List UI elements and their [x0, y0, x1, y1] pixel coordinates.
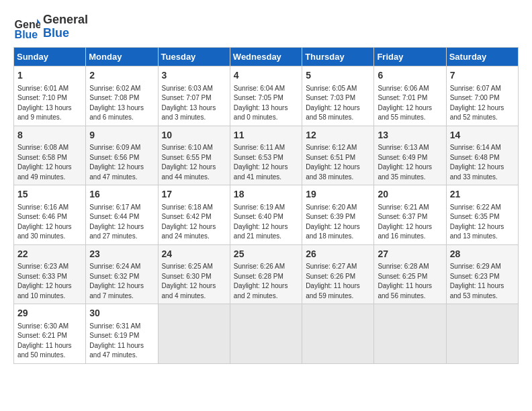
day-number: 22 — [17, 248, 82, 261]
header-wednesday: Wednesday — [230, 48, 302, 66]
day-info: Sunrise: 6:21 AMSunset: 6:37 PMDaylight:… — [378, 203, 442, 242]
day-info: Sunrise: 6:27 AMSunset: 6:26 PMDaylight:… — [306, 262, 370, 301]
calendar-table: SundayMondayTuesdayWednesdayThursdayFrid… — [13, 47, 519, 364]
calendar-week-4: 22Sunrise: 6:23 AMSunset: 6:33 PMDayligh… — [14, 244, 519, 304]
header-tuesday: Tuesday — [158, 48, 230, 66]
calendar-cell: 16Sunrise: 6:17 AMSunset: 6:44 PMDayligh… — [86, 185, 158, 245]
day-info: Sunrise: 6:30 AMSunset: 6:21 PMDaylight:… — [17, 322, 82, 361]
day-number: 16 — [89, 188, 154, 201]
day-info: Sunrise: 6:26 AMSunset: 6:28 PMDaylight:… — [234, 262, 298, 301]
calendar-cell: 25Sunrise: 6:26 AMSunset: 6:28 PMDayligh… — [230, 244, 302, 304]
day-number: 21 — [450, 188, 515, 201]
calendar-cell: 2Sunrise: 6:02 AMSunset: 7:08 PMDaylight… — [86, 66, 158, 126]
day-number: 3 — [162, 69, 226, 83]
day-number: 12 — [306, 129, 370, 142]
calendar-cell: 7Sunrise: 6:07 AMSunset: 7:00 PMDaylight… — [446, 66, 518, 126]
calendar-cell: 26Sunrise: 6:27 AMSunset: 6:26 PMDayligh… — [302, 244, 374, 304]
day-number: 28 — [450, 248, 515, 261]
day-info: Sunrise: 6:10 AMSunset: 6:55 PMDaylight:… — [162, 143, 226, 182]
calendar-cell: 20Sunrise: 6:21 AMSunset: 6:37 PMDayligh… — [374, 185, 446, 245]
day-number: 20 — [378, 188, 442, 201]
calendar-cell: 24Sunrise: 6:25 AMSunset: 6:30 PMDayligh… — [158, 244, 230, 304]
day-number: 18 — [234, 188, 298, 201]
header-monday: Monday — [86, 48, 158, 66]
day-info: Sunrise: 6:20 AMSunset: 6:39 PMDaylight:… — [306, 203, 370, 242]
calendar-cell: 17Sunrise: 6:18 AMSunset: 6:42 PMDayligh… — [158, 185, 230, 245]
day-number: 27 — [378, 248, 442, 261]
calendar-cell: 5Sunrise: 6:05 AMSunset: 7:03 PMDaylight… — [302, 66, 374, 126]
calendar-cell: 21Sunrise: 6:22 AMSunset: 6:35 PMDayligh… — [446, 185, 518, 245]
calendar-cell: 6Sunrise: 6:06 AMSunset: 7:01 PMDaylight… — [374, 66, 446, 126]
calendar-week-3: 15Sunrise: 6:16 AMSunset: 6:46 PMDayligh… — [14, 185, 519, 245]
logo-general: General — [43, 13, 88, 27]
day-number: 2 — [89, 69, 154, 83]
day-number: 24 — [162, 248, 226, 261]
day-number: 17 — [162, 188, 226, 201]
calendar-week-5: 29Sunrise: 6:30 AMSunset: 6:21 PMDayligh… — [14, 304, 519, 364]
calendar-cell: 18Sunrise: 6:19 AMSunset: 6:40 PMDayligh… — [230, 185, 302, 245]
calendar-cell: 13Sunrise: 6:13 AMSunset: 6:49 PMDayligh… — [374, 126, 446, 185]
calendar-cell: 11Sunrise: 6:11 AMSunset: 6:53 PMDayligh… — [230, 126, 302, 185]
calendar-cell — [158, 304, 230, 364]
header-sunday: Sunday — [14, 48, 86, 66]
day-info: Sunrise: 6:01 AMSunset: 7:10 PMDaylight:… — [17, 84, 82, 123]
header-thursday: Thursday — [302, 48, 374, 66]
day-number: 10 — [162, 129, 226, 142]
calendar-cell: 10Sunrise: 6:10 AMSunset: 6:55 PMDayligh… — [158, 126, 230, 185]
day-info: Sunrise: 6:06 AMSunset: 7:01 PMDaylight:… — [378, 84, 442, 123]
day-info: Sunrise: 6:11 AMSunset: 6:53 PMDaylight:… — [234, 143, 298, 182]
day-info: Sunrise: 6:16 AMSunset: 6:46 PMDaylight:… — [17, 203, 82, 242]
calendar-cell — [446, 304, 518, 364]
calendar-cell: 4Sunrise: 6:04 AMSunset: 7:05 PMDaylight… — [230, 66, 302, 126]
day-number: 26 — [306, 248, 370, 261]
day-info: Sunrise: 6:14 AMSunset: 6:48 PMDaylight:… — [450, 143, 515, 182]
day-info: Sunrise: 6:02 AMSunset: 7:08 PMDaylight:… — [89, 84, 154, 123]
day-info: Sunrise: 6:07 AMSunset: 7:00 PMDaylight:… — [450, 84, 515, 123]
day-number: 11 — [234, 129, 298, 142]
day-number: 19 — [306, 188, 370, 201]
calendar-cell — [230, 304, 302, 364]
calendar-header-row: SundayMondayTuesdayWednesdayThursdayFrid… — [14, 48, 519, 66]
day-number: 6 — [378, 69, 442, 83]
day-number: 1 — [17, 69, 82, 83]
calendar-cell: 30Sunrise: 6:31 AMSunset: 6:19 PMDayligh… — [86, 304, 158, 364]
day-info: Sunrise: 6:22 AMSunset: 6:35 PMDaylight:… — [450, 203, 515, 242]
day-number: 30 — [89, 307, 154, 320]
day-number: 23 — [89, 248, 154, 261]
day-number: 14 — [450, 129, 515, 142]
day-number: 9 — [89, 129, 154, 142]
calendar-cell: 12Sunrise: 6:12 AMSunset: 6:51 PMDayligh… — [302, 126, 374, 185]
day-info: Sunrise: 6:05 AMSunset: 7:03 PMDaylight:… — [306, 84, 370, 123]
day-info: Sunrise: 6:19 AMSunset: 6:40 PMDaylight:… — [234, 203, 298, 242]
calendar-cell: 8Sunrise: 6:08 AMSunset: 6:58 PMDaylight… — [14, 126, 86, 185]
day-number: 5 — [306, 69, 370, 83]
logo: General Blue General Blue — [13, 13, 88, 40]
calendar-cell: 3Sunrise: 6:03 AMSunset: 7:07 PMDaylight… — [158, 66, 230, 126]
day-info: Sunrise: 6:23 AMSunset: 6:33 PMDaylight:… — [17, 262, 82, 301]
calendar-cell: 28Sunrise: 6:29 AMSunset: 6:23 PMDayligh… — [446, 244, 518, 304]
day-info: Sunrise: 6:25 AMSunset: 6:30 PMDaylight:… — [162, 262, 226, 301]
day-info: Sunrise: 6:08 AMSunset: 6:58 PMDaylight:… — [17, 143, 82, 182]
calendar-cell: 19Sunrise: 6:20 AMSunset: 6:39 PMDayligh… — [302, 185, 374, 245]
header-saturday: Saturday — [446, 48, 518, 66]
calendar-cell: 15Sunrise: 6:16 AMSunset: 6:46 PMDayligh… — [14, 185, 86, 245]
calendar-cell: 1Sunrise: 6:01 AMSunset: 7:10 PMDaylight… — [14, 66, 86, 126]
calendar-cell: 9Sunrise: 6:09 AMSunset: 6:56 PMDaylight… — [86, 126, 158, 185]
calendar-week-2: 8Sunrise: 6:08 AMSunset: 6:58 PMDaylight… — [14, 126, 519, 185]
calendar-cell: 23Sunrise: 6:24 AMSunset: 6:32 PMDayligh… — [86, 244, 158, 304]
calendar-cell: 27Sunrise: 6:28 AMSunset: 6:25 PMDayligh… — [374, 244, 446, 304]
page-header: General Blue General Blue — [13, 13, 519, 40]
calendar-week-1: 1Sunrise: 6:01 AMSunset: 7:10 PMDaylight… — [14, 66, 519, 126]
logo-blue: Blue — [43, 27, 88, 40]
day-info: Sunrise: 6:09 AMSunset: 6:56 PMDaylight:… — [89, 143, 154, 182]
calendar-cell: 14Sunrise: 6:14 AMSunset: 6:48 PMDayligh… — [446, 126, 518, 185]
day-number: 29 — [17, 307, 82, 320]
svg-text:Blue: Blue — [15, 29, 38, 40]
day-number: 7 — [450, 69, 515, 83]
calendar-cell: 29Sunrise: 6:30 AMSunset: 6:21 PMDayligh… — [14, 304, 86, 364]
header-friday: Friday — [374, 48, 446, 66]
day-info: Sunrise: 6:31 AMSunset: 6:19 PMDaylight:… — [89, 322, 154, 361]
day-number: 15 — [17, 188, 82, 201]
day-info: Sunrise: 6:24 AMSunset: 6:32 PMDaylight:… — [89, 262, 154, 301]
day-number: 4 — [234, 69, 298, 83]
